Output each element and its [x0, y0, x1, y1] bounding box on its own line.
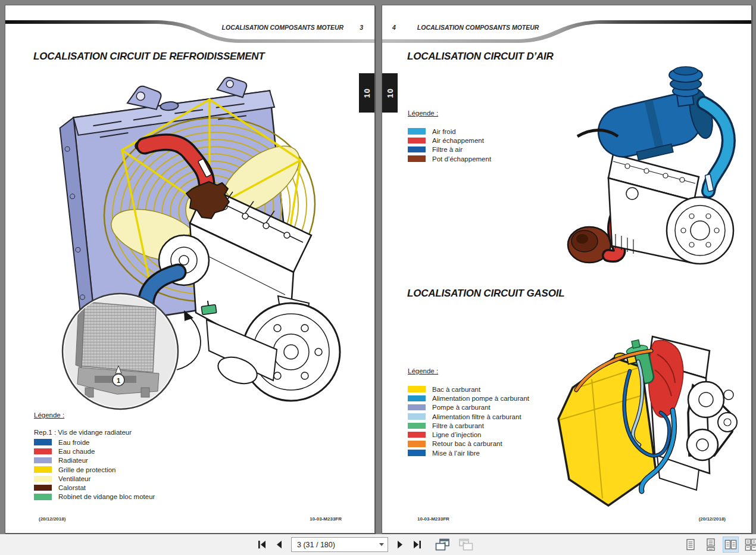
legend-color-swatch	[34, 457, 52, 464]
continuous-view-button[interactable]	[702, 537, 718, 553]
facing-view-icon	[724, 538, 737, 551]
legend-item-label: Radiateur	[58, 457, 88, 464]
legend-item-label: Retour bac à carburant	[432, 440, 502, 447]
continuous-view-icon	[705, 538, 717, 551]
single-page-view-icon	[685, 538, 696, 551]
air-filter	[593, 67, 718, 167]
section-title-gasoil: LOCALISATION CIRCUIT GASOIL	[407, 288, 564, 300]
air-legend: Légende : Air froid Air échappement Filt…	[408, 110, 491, 163]
legend-item-label: Ligne d’injection	[432, 431, 481, 438]
legend-item: Eau froide	[34, 438, 155, 447]
gasoil-circuit-illustration	[550, 300, 750, 519]
legend-item-label: Pot d’échappement	[432, 155, 491, 163]
chapter-tab: 10	[382, 73, 398, 113]
legend-item: Alimentation filtre à carburant	[408, 412, 529, 421]
page-number: 4	[392, 24, 396, 31]
legend-item: Radiateur	[34, 456, 155, 465]
legend-color-swatch	[34, 476, 52, 482]
gasoil-legend: Légende : Bac à carburant Alimentation p…	[408, 367, 529, 457]
footer-date: (20/12/2018)	[39, 516, 65, 522]
legend-color-swatch	[408, 155, 426, 162]
section-title-cooling: LOCALISATION CIRCUIT DE REFROIDISSEMENT	[33, 51, 265, 63]
continuous-facing-view-icon	[745, 538, 756, 551]
legend-item: Alimentation pompe à carburant	[408, 394, 529, 403]
legend-item: Air échappement	[408, 136, 491, 145]
legend-item-label: Eau chaude	[58, 448, 95, 455]
legend-color-swatch	[34, 466, 52, 473]
legend-item: Ventilateur	[34, 474, 155, 483]
next-page-icon	[396, 540, 404, 549]
last-page-icon	[413, 540, 422, 549]
facing-view-button[interactable]	[723, 537, 739, 553]
running-title: LOCALISATION COMPOSANTS MOTEUR	[417, 24, 539, 31]
page-dropdown-value: 3 (31 / 180)	[297, 541, 335, 549]
legend-item: Filtre à carburant	[408, 421, 529, 430]
legend-item-label: Alimentation filtre à carburant	[432, 413, 521, 420]
previous-view-button[interactable]	[433, 537, 452, 553]
last-page-button[interactable]	[410, 537, 424, 553]
previous-page-icon	[275, 540, 283, 549]
legend-heading: Légende :	[34, 411, 155, 419]
legend-item-label: Eau froide	[58, 439, 89, 446]
document-page-right: 4LOCALISATION COMPOSANTS MOTEUR 10 LOCAL…	[382, 5, 752, 534]
continuous-facing-view-button[interactable]	[743, 537, 756, 553]
legend-color-swatch	[34, 439, 52, 445]
next-view-button[interactable]	[456, 537, 476, 553]
legend-item: Mise à l’air libre	[408, 448, 529, 457]
legend-item-label: Calorstat	[58, 484, 86, 491]
previous-view-icon	[435, 538, 450, 551]
legend-item: Calorstat	[34, 483, 155, 492]
page-number-dropdown[interactable]: 3 (31 / 180)	[291, 537, 388, 552]
legend-color-swatch	[408, 423, 426, 429]
legend-item-label: Bac à carburant	[432, 386, 480, 393]
page-number: 3	[360, 24, 363, 31]
inset-callout-number: 1	[117, 377, 120, 384]
running-header: 4LOCALISATION COMPOSANTS MOTEUR	[392, 24, 539, 31]
legend-color-swatch	[408, 450, 426, 456]
running-title: LOCALISATION COMPOSANTS MOTEUR	[222, 24, 344, 31]
cooling-legend: Légende : Rep.1 : Vis de vidange radiate…	[34, 411, 155, 501]
legend-color-swatch	[408, 404, 426, 411]
legend-color-swatch	[408, 128, 426, 135]
chevron-down-icon	[379, 543, 384, 546]
legend-item: Robinet de vidange bloc moteur	[34, 492, 155, 501]
legend-color-swatch	[408, 441, 426, 447]
legend-item-label: Air échappement	[432, 137, 484, 144]
single-page-view-button[interactable]	[682, 537, 698, 553]
previous-page-button[interactable]	[273, 537, 285, 553]
legend-item-label: Filtre à air	[432, 146, 463, 153]
section-title-air: LOCALISATION CIRCUIT D’AIR	[407, 51, 554, 63]
legend-item-label: Air froid	[432, 128, 456, 135]
legend-color-swatch	[34, 485, 52, 491]
legend-item: Pot d’échappement	[408, 154, 491, 163]
air-circuit-illustration	[561, 66, 746, 277]
footer-date: (20/12/2018)	[699, 516, 726, 522]
legend-item: Retour bac à carburant	[408, 439, 529, 448]
legend-item-label: Grille de protection	[58, 466, 116, 473]
first-page-button[interactable]	[255, 537, 269, 553]
cooling-circuit-illustration: 1	[28, 70, 364, 412]
legend-item: Pompe à carburant	[408, 403, 529, 412]
legend-item: Air froid	[408, 127, 491, 136]
legend-color-swatch	[408, 386, 426, 392]
legend-item: Bac à carburant	[408, 385, 529, 394]
legend-item: Filtre à air	[408, 145, 491, 154]
footer-reference: 10-03-M233FR	[417, 516, 449, 522]
running-header: LOCALISATION COMPOSANTS MOTEUR3	[5, 24, 363, 31]
legend-note: Rep.1 : Vis de vidange radiateur	[34, 429, 155, 436]
legend-heading: Légende :	[408, 367, 529, 375]
legend-item: Grille de protection	[34, 465, 155, 474]
footer-reference: 10-03-M233FR	[310, 516, 342, 522]
legend-color-swatch	[408, 146, 426, 153]
legend-heading: Légende :	[408, 110, 491, 117]
next-page-button[interactable]	[394, 537, 407, 553]
legend-item-label: Pompe à carburant	[432, 404, 491, 411]
viewer-toolbar: 3 (31 / 180)	[0, 534, 756, 555]
legend-color-swatch	[408, 138, 426, 144]
legend-item-label: Filtre à carburant	[432, 422, 484, 429]
first-page-icon	[257, 540, 267, 549]
legend-color-swatch	[34, 494, 52, 500]
next-view-icon	[458, 538, 473, 551]
legend-item: Ligne d’injection	[408, 430, 529, 439]
legend-color-swatch	[34, 448, 52, 455]
